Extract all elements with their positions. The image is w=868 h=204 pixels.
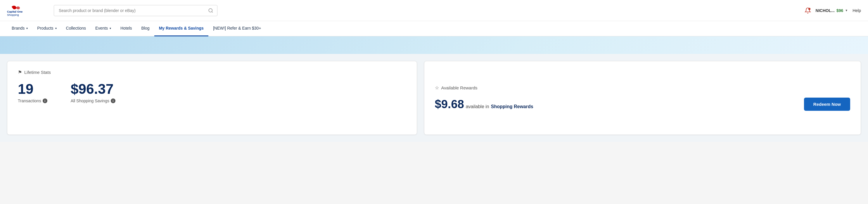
savings-value: $96.37 xyxy=(71,82,116,96)
star-icon: ☆ xyxy=(435,85,439,91)
blog-label: Blog xyxy=(142,26,150,30)
transactions-info-icon[interactable]: i xyxy=(43,99,48,103)
savings-label: All Shopping Savings i xyxy=(71,99,116,103)
search-input[interactable] xyxy=(54,5,217,16)
collections-label: Collections xyxy=(66,26,86,30)
transactions-value: 19 xyxy=(18,82,48,96)
search-bar xyxy=(54,5,217,16)
brands-label: Brands xyxy=(12,26,25,30)
lifetime-stats-header: ⚑ Lifetime Stats xyxy=(18,70,406,75)
transactions-label: Transactions i xyxy=(18,99,48,103)
stats-row: 19 Transactions i $96.37 All Shopping Sa… xyxy=(18,82,406,103)
lifetime-stats-card: ⚑ Lifetime Stats 19 Transactions i $96.3… xyxy=(7,61,417,135)
sidebar-item-collections[interactable]: Collections xyxy=(61,21,91,36)
svg-point-2 xyxy=(209,8,212,12)
header: Capital One Shopping NICHOL... $96 ▼ Hel… xyxy=(0,0,868,21)
main-content: ⚑ Lifetime Stats 19 Transactions i $96.3… xyxy=(0,54,868,142)
user-area[interactable]: NICHOL... $96 ▼ xyxy=(816,8,848,13)
right-nav: NICHOL... $96 ▼ Help xyxy=(805,7,861,14)
available-rewards-card: ☆ Available Rewards $9.68 available in S… xyxy=(424,61,861,135)
events-label: Events xyxy=(95,26,108,30)
redeem-now-button[interactable]: Redeem Now xyxy=(804,98,850,111)
sidebar-item-refer[interactable]: [NEW!] Refer & Earn $30+ xyxy=(208,21,266,36)
svg-line-3 xyxy=(212,11,213,12)
user-name: NICHOL... xyxy=(816,8,835,13)
user-amount: $96 xyxy=(836,8,843,13)
nav-bar: Brands ▾ Products ▾ Collections Events ▾… xyxy=(0,21,868,36)
sidebar-item-hotels[interactable]: Hotels xyxy=(116,21,137,36)
sidebar-item-blog[interactable]: Blog xyxy=(137,21,154,36)
sidebar-item-rewards[interactable]: My Rewards & Savings xyxy=(154,21,208,36)
search-icon xyxy=(208,8,213,13)
notification-bell[interactable] xyxy=(805,7,811,14)
logo: Capital One Shopping xyxy=(7,5,48,17)
amount-row: $9.68 available in Shopping Rewards xyxy=(435,98,533,111)
savings-info-icon[interactable]: i xyxy=(111,99,116,103)
svg-point-4 xyxy=(808,8,810,10)
reward-amount: $9.68 xyxy=(435,98,464,111)
products-label: Products xyxy=(37,26,53,30)
sidebar-item-brands[interactable]: Brands ▾ xyxy=(7,21,32,36)
rewards-label: My Rewards & Savings xyxy=(159,26,204,30)
available-text: available in xyxy=(466,104,489,109)
hotels-label: Hotels xyxy=(120,26,132,30)
help-link[interactable]: Help xyxy=(852,8,861,13)
available-rewards-title: Available Rewards xyxy=(441,85,477,90)
sidebar-item-events[interactable]: Events ▾ xyxy=(91,21,116,36)
transactions-stat: 19 Transactions i xyxy=(18,82,48,103)
brands-caret: ▾ xyxy=(26,27,28,30)
products-caret: ▾ xyxy=(55,27,57,30)
sidebar-item-products[interactable]: Products ▾ xyxy=(32,21,61,36)
svg-text:Shopping: Shopping xyxy=(7,13,19,16)
refer-label: [NEW!] Refer & Earn $30+ xyxy=(213,26,261,30)
flag-icon: ⚑ xyxy=(18,70,22,75)
savings-stat: $96.37 All Shopping Savings i xyxy=(71,82,116,103)
chevron-down-icon: ▼ xyxy=(845,9,848,12)
hero-banner xyxy=(0,36,868,54)
events-caret: ▾ xyxy=(110,27,111,30)
logo-svg: Capital One Shopping xyxy=(7,5,48,17)
right-card-inner: $9.68 available in Shopping Rewards Rede… xyxy=(435,98,850,111)
reward-type: Shopping Rewards xyxy=(491,104,533,109)
available-rewards-header: ☆ Available Rewards xyxy=(435,85,850,91)
lifetime-stats-title: Lifetime Stats xyxy=(24,70,51,75)
svg-text:Capital One: Capital One xyxy=(7,10,23,13)
